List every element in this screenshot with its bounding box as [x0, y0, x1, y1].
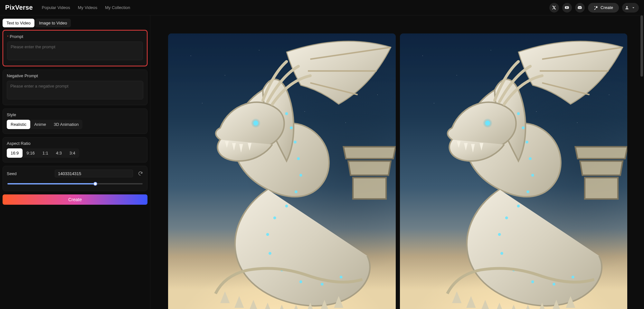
svg-point-14: [321, 283, 324, 286]
style-3d-animation[interactable]: 3D Animation: [50, 120, 82, 129]
svg-point-11: [269, 252, 271, 255]
svg-point-23: [526, 190, 529, 193]
scrollbar[interactable]: [640, 15, 643, 77]
svg-point-22: [531, 174, 534, 177]
nav-my-collection[interactable]: My Collection: [105, 5, 130, 10]
negative-prompt-panel: Negative Prompt: [3, 70, 147, 105]
svg-point-17: [485, 121, 490, 126]
content-area: [150, 15, 644, 309]
seed-panel: Seed: [3, 166, 147, 191]
style-anime[interactable]: Anime: [30, 120, 50, 129]
svg-point-5: [297, 157, 300, 160]
svg-point-15: [340, 276, 343, 278]
svg-point-29: [531, 280, 534, 283]
style-options: Realistic Anime 3D Animation: [7, 120, 82, 129]
x-social-icon[interactable]: [549, 3, 559, 13]
svg-point-9: [273, 216, 276, 219]
nav-popular-videos[interactable]: Popular Videos: [42, 5, 70, 10]
aspect-1-1[interactable]: 1:1: [39, 148, 52, 158]
negative-prompt-label: Negative Prompt: [7, 73, 143, 78]
prompt-panel: * Prompt: [3, 30, 147, 66]
preview-grid: [168, 33, 627, 309]
aspect-label: Aspect Ratio: [7, 141, 143, 146]
discord-icon[interactable]: [575, 3, 585, 13]
user-menu[interactable]: [622, 3, 639, 13]
create-button[interactable]: Create: [3, 194, 147, 205]
chevron-down-icon: [631, 5, 636, 10]
main: Text to Video Image to Video * Prompt Ne…: [0, 15, 644, 309]
sidebar: Text to Video Image to Video * Prompt Ne…: [0, 15, 150, 309]
svg-point-21: [529, 157, 532, 160]
svg-point-7: [295, 190, 298, 193]
aspect-9-16[interactable]: 9:16: [23, 148, 38, 158]
seed-refresh-button[interactable]: [137, 171, 143, 176]
header: PixVerse Popular Videos My Videos My Col…: [0, 0, 644, 15]
svg-point-18: [517, 112, 520, 115]
svg-point-20: [526, 141, 528, 144]
header-right: Create: [549, 3, 639, 13]
seed-input[interactable]: [55, 170, 133, 177]
aspect-options: 16:9 9:16 1:1 4:3 3:4: [7, 148, 79, 158]
svg-point-24: [517, 205, 520, 208]
preview-card-2[interactable]: [400, 33, 628, 309]
user-icon: [625, 5, 629, 10]
mode-tabs: Text to Video Image to Video: [3, 19, 147, 27]
svg-point-31: [571, 276, 574, 278]
negative-prompt-input[interactable]: [7, 81, 143, 99]
svg-point-25: [505, 216, 508, 219]
logo[interactable]: PixVerse: [5, 4, 33, 11]
style-panel: Style Realistic Anime 3D Animation: [3, 108, 147, 134]
refresh-icon: [138, 171, 143, 176]
header-create-label: Create: [601, 5, 613, 10]
svg-point-8: [285, 205, 288, 208]
style-label: Style: [7, 112, 143, 117]
tab-image-to-video[interactable]: Image to Video: [35, 19, 71, 27]
nav-my-videos[interactable]: My Videos: [78, 5, 97, 10]
svg-point-2: [285, 112, 288, 115]
svg-point-1: [253, 121, 258, 126]
nav-links: Popular Videos My Videos My Collection: [42, 5, 130, 10]
seed-slider[interactable]: [7, 181, 143, 186]
dragon-illustration-icon: [168, 33, 396, 309]
youtube-icon[interactable]: [562, 3, 572, 13]
svg-point-26: [498, 233, 501, 236]
svg-point-19: [522, 126, 525, 129]
prompt-label: * Prompt: [7, 34, 143, 39]
svg-point-30: [552, 283, 555, 286]
style-realistic[interactable]: Realistic: [7, 120, 30, 129]
tab-text-to-video[interactable]: Text to Video: [3, 19, 34, 27]
magic-wand-icon: [594, 5, 598, 10]
header-create-button[interactable]: Create: [588, 3, 619, 13]
svg-point-10: [266, 233, 269, 236]
prompt-input[interactable]: [7, 42, 143, 60]
aspect-4-3[interactable]: 4:3: [52, 148, 66, 158]
svg-point-6: [299, 174, 302, 177]
required-star-icon: *: [7, 35, 8, 39]
seed-label: Seed: [7, 171, 16, 176]
svg-point-4: [294, 141, 297, 144]
svg-point-3: [290, 126, 293, 129]
aspect-16-9[interactable]: 16:9: [7, 148, 23, 158]
svg-point-13: [299, 280, 302, 283]
aspect-3-4[interactable]: 3:4: [66, 148, 79, 158]
preview-card-1[interactable]: [168, 33, 396, 309]
dragon-illustration-icon: [400, 33, 628, 309]
aspect-panel: Aspect Ratio 16:9 9:16 1:1 4:3 3:4: [3, 137, 147, 163]
svg-point-27: [500, 252, 503, 255]
